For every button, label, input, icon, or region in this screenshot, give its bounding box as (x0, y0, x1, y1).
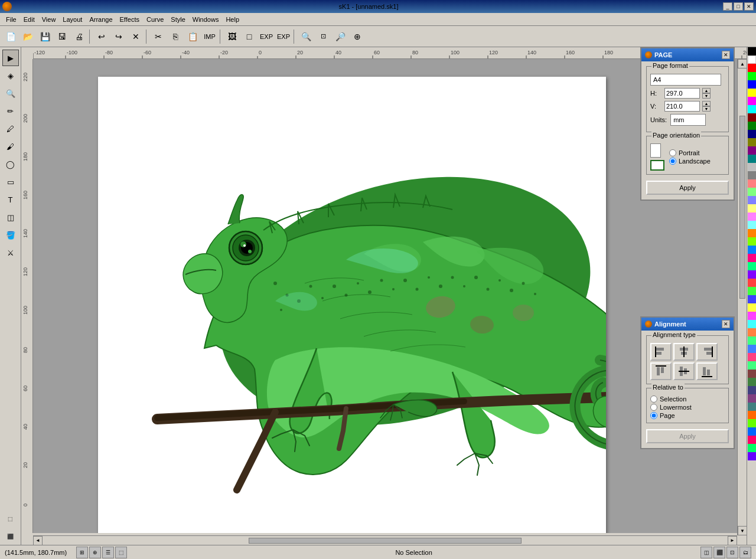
pencil-tool[interactable]: ✏ (2, 103, 19, 119)
copy-button[interactable]: ⎘ (167, 28, 184, 45)
palette-color-chartreuse[interactable] (748, 237, 756, 246)
palette-color-yellow[interactable] (748, 89, 756, 97)
export-button[interactable]: EXP (258, 28, 275, 45)
scroll-left-button[interactable]: ◄ (33, 536, 43, 545)
gradient-tool[interactable]: ◫ (2, 209, 19, 225)
paste-button[interactable]: 📋 (184, 28, 201, 45)
align-apply-button[interactable]: Apply (646, 429, 729, 443)
h-spin-down[interactable]: ▼ (702, 93, 711, 99)
close-button[interactable]: ✕ (744, 2, 754, 11)
palette-color-white[interactable] (748, 55, 756, 64)
status-view-icon[interactable]: ⬚ (115, 547, 127, 558)
brush-tool[interactable]: 🖌 (2, 138, 19, 155)
palette-color-gray[interactable] (748, 171, 756, 179)
minimize-button[interactable]: _ (723, 2, 732, 11)
menu-file[interactable]: File (2, 15, 20, 24)
palette-color-light-yellow[interactable] (748, 204, 756, 213)
knife-tool[interactable]: ⚔ (2, 244, 19, 261)
pen-tool[interactable]: 🖊 (2, 120, 19, 137)
selection-label[interactable]: Selection (660, 395, 686, 403)
palette-color-aqua[interactable] (748, 320, 756, 328)
scroll-right-button[interactable]: ► (728, 536, 737, 545)
align-panel-header[interactable]: Alignment ✕ (641, 318, 734, 331)
palette-color-seafoam[interactable] (748, 361, 756, 370)
text-tool[interactable]: T (2, 191, 19, 208)
palette-color-dark-green[interactable] (748, 122, 756, 130)
align-right-button[interactable] (696, 343, 718, 361)
palette-color-light-green[interactable] (748, 188, 756, 196)
palette-color-khaki[interactable] (748, 303, 756, 312)
palette-color-pine[interactable] (748, 403, 756, 411)
palette-color-orange[interactable] (748, 229, 756, 237)
palette-color-navy2[interactable] (748, 386, 756, 394)
relative-selection-radio[interactable] (650, 395, 657, 403)
view-normal-button[interactable]: 🖼 (224, 28, 240, 45)
portrait-radio[interactable] (669, 149, 676, 156)
palette-color-slate[interactable] (748, 295, 756, 303)
align-panel-close[interactable]: ✕ (722, 320, 730, 328)
statusbar-icon-1[interactable]: ◫ (700, 547, 712, 558)
palette-color-light-blue[interactable] (748, 196, 756, 204)
palette-color-blueviolet[interactable] (748, 452, 756, 460)
statusbar-icon-2[interactable]: ⬛ (713, 547, 725, 558)
palette-color-purple[interactable] (748, 146, 756, 155)
palette-color-black[interactable] (748, 47, 756, 55)
save-as-button[interactable]: 🖫 (54, 28, 70, 45)
ungroup-tool[interactable]: ⬛ (2, 528, 19, 545)
fill-tool[interactable]: 🪣 (2, 227, 19, 243)
page-panel-header[interactable]: PAGE ✕ (641, 48, 734, 61)
menu-curve[interactable]: Curve (143, 15, 167, 24)
palette-color-maroon2[interactable] (748, 370, 756, 378)
redo-button[interactable]: ↪ (110, 28, 127, 45)
menu-help[interactable]: Help (222, 15, 243, 24)
zoom-fit-button[interactable]: ⊡ (315, 28, 331, 45)
page-apply-button[interactable]: Apply (646, 181, 729, 195)
palette-color-forest[interactable] (748, 378, 756, 386)
scroll-down-button[interactable]: ▼ (738, 526, 747, 535)
palette-color-silver[interactable] (748, 163, 756, 171)
palette-color-light-red[interactable] (748, 179, 756, 188)
palette-color-hotpink[interactable] (748, 353, 756, 361)
palette-color-light-cyan[interactable] (748, 221, 756, 229)
palette-color-pink[interactable] (748, 213, 756, 221)
horizontal-scrollbar[interactable]: ◄ ► (33, 535, 737, 545)
page-panel-close[interactable]: ✕ (722, 51, 730, 59)
palette-color-azure[interactable] (748, 246, 756, 254)
palette-color-deeppink[interactable] (748, 436, 756, 444)
portrait-label[interactable]: Portrait (679, 149, 699, 156)
align-left-button[interactable] (650, 343, 672, 361)
palette-color-magenta[interactable] (748, 97, 756, 105)
undo-button[interactable]: ↩ (93, 28, 110, 45)
menu-effects[interactable]: Effects (116, 15, 143, 24)
landscape-label[interactable]: Landscape (679, 158, 711, 165)
align-top-button[interactable] (650, 362, 672, 380)
menu-view[interactable]: View (38, 15, 60, 24)
ellipse-tool[interactable]: ◯ (2, 156, 19, 172)
palette-color-greenyellow[interactable] (748, 419, 756, 427)
align-bottom-button[interactable] (696, 362, 718, 380)
maximize-button[interactable]: □ (734, 2, 743, 11)
menu-style[interactable]: Style (167, 15, 188, 24)
h-spin-up[interactable]: ▲ (702, 88, 711, 93)
align-center-h-button[interactable] (673, 343, 695, 361)
palette-color-orchid[interactable] (748, 312, 756, 320)
palette-color-olive[interactable] (748, 138, 756, 146)
palette-color-lime[interactable] (748, 287, 756, 295)
v-spin-down[interactable]: ▼ (702, 106, 711, 112)
cut-button[interactable]: ✂ (150, 28, 167, 45)
new-button[interactable]: 📄 (2, 28, 19, 45)
palette-color-coral[interactable] (748, 279, 756, 287)
units-select[interactable]: mm cm in pt (670, 114, 706, 126)
vertical-scrollbar[interactable]: ▲ ▼ (737, 59, 747, 535)
palette-color-dark-blue[interactable] (748, 130, 756, 138)
palette-color-dark-red[interactable] (748, 113, 756, 122)
canvas-area[interactable] (33, 59, 737, 533)
relative-lowermost-radio[interactable] (650, 404, 657, 411)
delete-button[interactable]: ✕ (128, 28, 144, 45)
zoom-tool[interactable]: 🔍 (2, 85, 19, 102)
view-outline-button[interactable]: □ (241, 28, 258, 45)
zoom-custom-button[interactable]: ⊕ (349, 28, 366, 45)
palette-color-spring[interactable] (748, 262, 756, 270)
palette-color-violet[interactable] (748, 270, 756, 279)
rectangle-tool[interactable]: ▭ (2, 174, 19, 190)
